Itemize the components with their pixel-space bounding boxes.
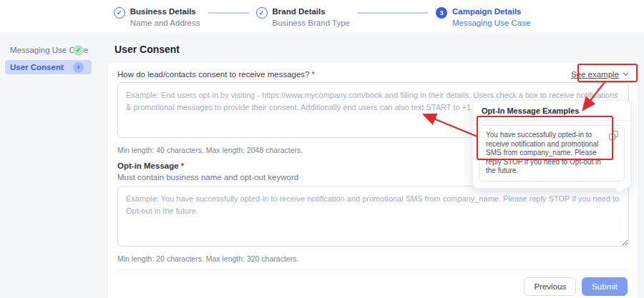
- check-circle-icon: ✓: [256, 7, 268, 19]
- step-subtitle: Messaging Use Case: [452, 19, 530, 28]
- stepper-connector: [357, 12, 429, 14]
- see-example-link-consent[interactable]: See example: [571, 70, 628, 79]
- consent-question-label: How do lead/contacts consent to receive …: [117, 70, 315, 79]
- page-title: User Consent: [114, 44, 639, 55]
- step-subtitle: Business Brand Type: [273, 19, 350, 28]
- sidebar: Messaging Use Case ✓ User Consent ›: [0, 32, 106, 298]
- popup-divider: [473, 120, 630, 121]
- step-number-badge: 3: [436, 7, 447, 19]
- copy-icon[interactable]: [609, 131, 619, 141]
- step-title: Business Details: [130, 7, 200, 16]
- step-title: Campaign Details: [452, 7, 530, 16]
- previous-button[interactable]: Previous: [524, 277, 576, 296]
- optin-examples-popup: Opt-In Message Examples You have success…: [472, 100, 631, 189]
- sidebar-item-label: User Consent: [10, 63, 64, 71]
- required-asterisk: *: [311, 70, 314, 79]
- submit-button[interactable]: Submit: [582, 277, 628, 296]
- chevron-down-icon: [623, 71, 628, 76]
- sidebar-item-user-consent[interactable]: User Consent ›: [5, 60, 92, 74]
- example-message-box: You have successfully opted-in to receiv…: [479, 125, 625, 182]
- stepper-connector: [208, 12, 249, 14]
- step-brand-details[interactable]: ✓ Brand Details Business Brand Type: [256, 7, 350, 32]
- required-asterisk: *: [181, 162, 184, 170]
- step-business-details[interactable]: ✓ Business Details Name and Address: [114, 7, 200, 32]
- popup-title: Opt-In Message Examples: [473, 101, 630, 120]
- page: ✓ Business Details Name and Address ✓ Br…: [0, 0, 644, 298]
- optin-message-sublabel: Must contain business name and opt-out k…: [117, 173, 298, 182]
- check-circle-icon: ✓: [114, 7, 125, 19]
- sidebar-item-messaging-use-case[interactable]: Messaging Use Case ✓: [5, 43, 92, 57]
- step-campaign-details[interactable]: 3 Campaign Details Messaging Use Case: [436, 7, 530, 32]
- optin-length-hint: Min length: 20 characters. Max length: 3…: [117, 254, 628, 263]
- optin-message-textarea[interactable]: [117, 186, 629, 247]
- example-message-text: You have successfully opted-in to receiv…: [486, 131, 602, 176]
- step-title: Brand Details: [273, 7, 350, 16]
- step-subtitle: Name and Address: [130, 19, 200, 28]
- stepper: ✓ Business Details Name and Address ✓ Br…: [0, 0, 644, 32]
- optin-message-label: Opt-in Message*: [117, 162, 298, 170]
- chevron-right-icon: ›: [73, 62, 84, 73]
- completed-check-icon: ✓: [73, 45, 84, 56]
